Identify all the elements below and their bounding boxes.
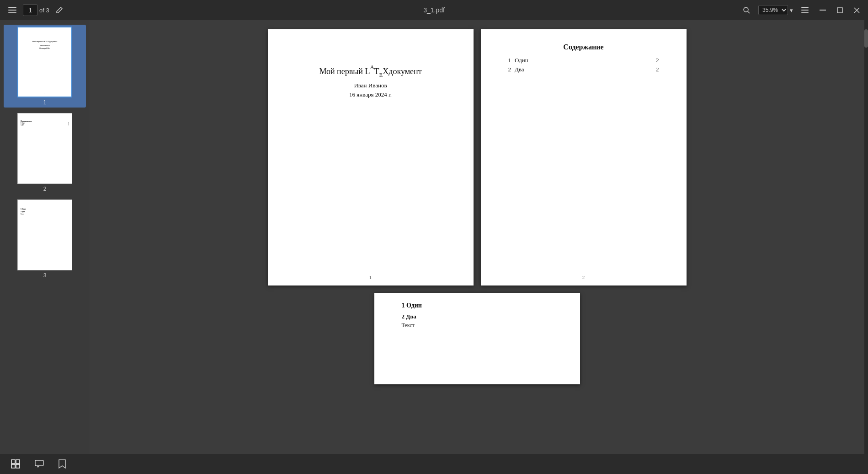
svg-rect-13 — [16, 460, 20, 463]
thumbnail-frame-2: Содержание 1 Один2 2 Два2 2 — [17, 113, 72, 184]
sidebar: Мой первый LATEX документ Иван Иванов 16… — [0, 20, 90, 454]
page1-number: 1 — [369, 275, 372, 280]
thumbnail-page-3[interactable]: 1 Один 2 Два Текст 3 — [4, 198, 86, 280]
toc-page-2: 2 — [656, 66, 659, 73]
svg-rect-5 — [801, 7, 809, 8]
thumb-content-3: 1 Один 2 Два Текст — [18, 200, 72, 270]
svg-rect-14 — [11, 464, 15, 468]
document-date: 16 января 2024 г. — [349, 91, 392, 98]
svg-point-3 — [744, 7, 748, 12]
toc-num-2: 2 — [508, 66, 511, 73]
toolbar-left: of 3 — [5, 4, 66, 16]
toc-title-1: Один — [515, 57, 528, 64]
zoom-control: 35.9% 50% 75% 100% ▾ — [758, 5, 793, 15]
pages-row-1: Мой первый LATEXдокумент Иван Иванов 16 … — [268, 29, 687, 285]
thumb-label-3: 3 — [43, 272, 47, 279]
document-author: Иван Иванов — [354, 82, 387, 89]
content-area[interactable]: Мой первый LATEXдокумент Иван Иванов 16 … — [90, 20, 864, 454]
svg-rect-1 — [8, 10, 16, 11]
thumb-toc-row-2: 2 Два2 — [21, 124, 69, 126]
pages-row-2: 1 Один 2 Два Текст — [374, 293, 580, 384]
thumb-content-2: Содержание 1 Один2 2 Два2 — [18, 113, 72, 183]
page2-number: 2 — [582, 275, 585, 280]
grid-view-button[interactable] — [7, 457, 24, 471]
page3-content: 1 Один 2 Два Текст — [374, 293, 580, 384]
svg-rect-16 — [35, 460, 43, 466]
toc-num-1: 1 — [508, 57, 511, 64]
thumb-label-1: 1 — [43, 99, 47, 106]
pdf-page-3: 1 Один 2 Два Текст — [374, 293, 580, 384]
svg-rect-15 — [16, 464, 20, 468]
pdf-page-2: Содержание 1 Один 2 2 Два 2 — [481, 29, 687, 285]
svg-rect-9 — [837, 8, 842, 13]
comment-button[interactable] — [31, 457, 48, 471]
page1-content: Мой первый LATEXдокумент Иван Иванов 16 … — [268, 29, 474, 285]
thumbnail-page-2[interactable]: Содержание 1 Один2 2 Два2 2 2 — [4, 111, 86, 194]
main-area: Мой первый LATEX документ Иван Иванов 16… — [0, 20, 868, 454]
toc-entry-2: 2 Два 2 — [508, 66, 659, 73]
zoom-select[interactable]: 35.9% 50% 75% 100% — [758, 5, 788, 15]
pdf-page-1: Мой первый LATEXдокумент Иван Иванов 16 … — [268, 29, 474, 285]
page-input[interactable] — [23, 4, 37, 16]
thumbnail-frame-1: Мой первый LATEX документ Иван Иванов 16… — [17, 27, 72, 97]
svg-rect-7 — [801, 12, 809, 13]
thumb-title-1: Мой первый LATEX документ — [32, 40, 58, 43]
page2-content: Содержание 1 Один 2 2 Два 2 — [481, 29, 687, 285]
bottom-toolbar — [0, 454, 868, 474]
document-title: 3_1.pdf — [423, 6, 445, 14]
toc-entry-1: 1 Один 2 — [508, 57, 659, 64]
thumb-label-2: 2 — [43, 186, 47, 192]
toc-title-2: Два — [515, 66, 524, 73]
zoom-chevron-icon: ▾ — [790, 7, 793, 14]
thumb-author-1: Иван Иванов — [40, 45, 49, 47]
close-button[interactable] — [851, 5, 863, 15]
section-1-heading: 1 Один — [402, 302, 553, 309]
toc-entry-2-left: 2 Два — [508, 66, 524, 73]
toc-page-1: 2 — [656, 57, 659, 64]
menu-button[interactable] — [799, 5, 811, 15]
thumb-content-1: Мой первый LATEX документ Иван Иванов 16… — [18, 27, 71, 97]
sidebar-toggle-button[interactable] — [5, 5, 19, 15]
thumbnail-frame-3: 1 Один 2 Два Текст — [17, 199, 72, 270]
minimize-button[interactable] — [817, 8, 829, 12]
thumb-section1: 1 Один — [21, 208, 69, 210]
search-button[interactable] — [740, 5, 753, 16]
svg-rect-2 — [8, 12, 16, 13]
svg-rect-6 — [801, 10, 809, 11]
svg-rect-12 — [11, 460, 15, 463]
bookmark-button[interactable] — [55, 457, 69, 471]
page-total: of 3 — [39, 7, 49, 14]
thumbnail-page-1[interactable]: Мой первый LATEX документ Иван Иванов 16… — [4, 25, 86, 108]
svg-rect-0 — [8, 7, 16, 8]
thumb-pagenum-1: 1 — [44, 93, 45, 95]
maximize-button[interactable] — [834, 5, 846, 15]
svg-line-4 — [748, 11, 750, 13]
page-navigation: of 3 — [23, 4, 49, 16]
toc-heading: Содержание — [508, 43, 659, 51]
thumb-pagenum-2: 2 — [44, 180, 45, 182]
thumb-date-1: 16 января 2024 г. — [39, 48, 50, 49]
toc-entry-1-left: 1 Один — [508, 57, 528, 64]
body-text: Текст — [402, 322, 553, 329]
document-main-title: Мой первый LATEXдокумент — [319, 66, 421, 78]
scrollbar-thumb[interactable] — [864, 29, 868, 48]
thumb-section2: 2 Два — [21, 211, 69, 213]
edit-button[interactable] — [53, 5, 66, 16]
thumb-body-text: Текст — [21, 213, 69, 215]
toolbar-right: 35.9% 50% 75% 100% ▾ — [740, 5, 863, 16]
section-2-heading: 2 Два — [402, 313, 553, 320]
svg-rect-8 — [820, 10, 826, 11]
toolbar: of 3 3_1.pdf 35.9% 50% 75% 100% ▾ — [0, 0, 868, 20]
right-scrollbar[interactable] — [864, 20, 868, 454]
